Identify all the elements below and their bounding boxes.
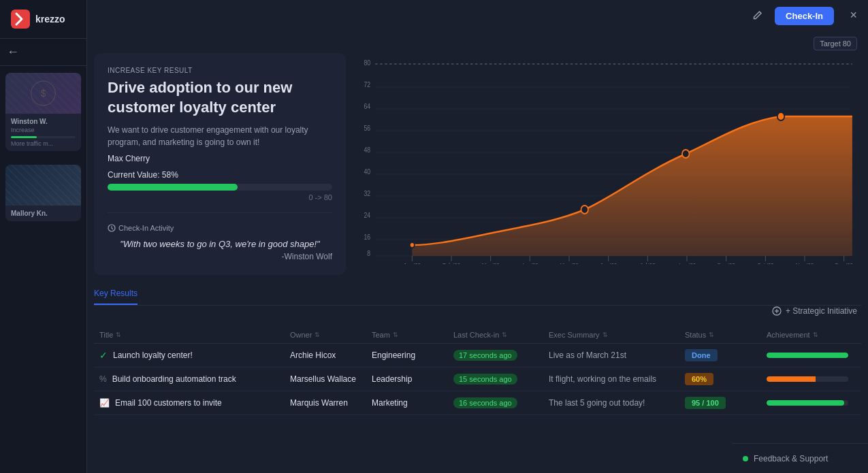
strategic-initiative-label: + Strategic Initiative [786, 306, 857, 316]
row3-status-badge: 95 / 100 [685, 397, 726, 409]
table-row[interactable]: % Build onboarding automation track Mars… [94, 368, 861, 391]
checkin-quote: "With two weeks to go in Q3, we're in go… [108, 239, 332, 249]
row2-achievement [767, 376, 868, 382]
sort-icon-checkin[interactable]: ⇅ [502, 331, 507, 338]
svg-text:Aug '22: Aug '22 [678, 261, 696, 264]
chart-svg: 80 72 64 56 48 40 32 24 16 8 [353, 53, 861, 264]
target-badge: Target 80 [814, 37, 857, 50]
sort-icon-status[interactable]: ⇅ [709, 331, 714, 338]
kr-title: Drive adoption to our new customer loyal… [108, 78, 332, 117]
krezzo-logo-icon [11, 10, 30, 29]
header-status: Status ⇅ [685, 331, 767, 339]
row3-title: Email 100 customers to invite [115, 398, 222, 408]
kr-progress-bar [108, 184, 332, 191]
row1-checkin: 17 seconds ago [453, 350, 549, 361]
row1-status-badge: Done [685, 349, 718, 361]
checkin-activity-title: Check-In Activity [108, 224, 332, 232]
sort-icon-team[interactable]: ⇅ [393, 331, 398, 338]
row3-time-badge: 16 seconds ago [453, 397, 517, 408]
sidebar-card-2[interactable]: Mallory Kn. [5, 165, 81, 221]
table-row[interactable]: ✓ Launch loyalty center! Archie Hicox En… [94, 344, 861, 368]
header-exec-summary: Exec Summary ⇅ [549, 331, 685, 339]
edit-icon [752, 10, 762, 20]
svg-point-28 [777, 112, 784, 120]
kr-label: INCREASE KEY RESULT [108, 67, 332, 74]
svg-text:Dec '22: Dec '22 [835, 261, 853, 264]
kr-tabs: Key Results [94, 286, 861, 306]
header-achievement: Achievement ⇅ [767, 331, 868, 339]
close-button[interactable]: × [850, 8, 857, 22]
table-row[interactable]: 📈 Email 100 customers to invite Marquis … [94, 391, 861, 415]
strategic-initiative-button[interactable]: + Strategic Initiative [772, 306, 857, 316]
row3-achievement [767, 400, 868, 406]
row1-exec: Live as of March 21st [549, 350, 685, 360]
sidebar-card-1-image: $ [5, 73, 81, 114]
row3-checkin: 16 seconds ago [453, 397, 549, 408]
checkin-activity: Check-In Activity "With two weeks to go … [108, 212, 332, 261]
svg-text:Apr '22: Apr '22 [521, 261, 539, 264]
percent-icon-2: % [99, 374, 107, 384]
row3-achievement-bar [767, 400, 848, 406]
row1-title: Launch loyalty center! [113, 350, 193, 360]
row1-achievement [767, 353, 868, 358]
row1-status: Done [685, 349, 767, 361]
svg-text:Nov '22: Nov '22 [796, 261, 814, 264]
sidebar-card-1-progress-fill [11, 136, 37, 138]
top-toolbar: Check-In [747, 7, 834, 25]
tab-key-results[interactable]: Key Results [94, 286, 138, 305]
checkin-button[interactable]: Check-In [775, 7, 834, 25]
row2-owner: Marsellus Wallace [290, 374, 372, 384]
row1-owner: Archie Hicox [290, 350, 372, 360]
svg-text:Mar '22: Mar '22 [482, 261, 500, 264]
chart-area: 80 72 64 56 48 40 32 24 16 8 [353, 53, 861, 264]
feedback-label: Feedback & Support [754, 454, 828, 463]
kr-range: 0 -> 80 [108, 193, 332, 201]
header-owner: Owner ⇅ [290, 331, 372, 339]
svg-text:80: 80 [364, 59, 370, 67]
feedback-status-dot [743, 456, 748, 461]
row1-team: Engineering [372, 350, 453, 360]
sort-icon-title[interactable]: ⇅ [116, 331, 121, 338]
check-icon-1: ✓ [99, 350, 108, 361]
sort-icon-achievement[interactable]: ⇅ [813, 331, 818, 338]
svg-text:48: 48 [364, 146, 370, 154]
row1-achievement-fill [767, 353, 848, 358]
feedback-area[interactable]: Feedback & Support [732, 443, 868, 473]
row2-team: Leadership [372, 374, 453, 384]
sidebar-card-1-title: Increase [11, 127, 76, 133]
row3-owner: Marquis Warren [290, 398, 372, 408]
sidebar-card-1-name: Winston W. [11, 118, 76, 125]
sidebar-card-1-progress-bar [11, 136, 76, 138]
row3-team: Marketing [372, 398, 453, 408]
row1-achievement-bar [767, 353, 848, 358]
header-last-checkin: Last Check-in ⇅ [453, 331, 549, 339]
key-result-panel: INCREASE KEY RESULT Drive adoption to ou… [94, 53, 346, 275]
back-arrow-icon[interactable]: ← [7, 45, 19, 59]
kr-owner: Max Cherry [108, 154, 332, 163]
svg-text:40: 40 [364, 168, 370, 176]
sort-icon-exec[interactable]: ⇅ [602, 331, 608, 338]
svg-text:32: 32 [364, 190, 370, 197]
svg-text:Jun '22: Jun '22 [600, 261, 617, 264]
svg-text:8: 8 [367, 250, 370, 257]
cell-title-1: ✓ Launch loyalty center! [99, 350, 290, 361]
svg-point-25 [410, 242, 415, 248]
kr-table: Title ⇅ Owner ⇅ Team ⇅ Last Check-in ⇅ E… [94, 327, 861, 442]
table-header: Title ⇅ Owner ⇅ Team ⇅ Last Check-in ⇅ E… [94, 327, 861, 344]
svg-text:24: 24 [364, 212, 370, 219]
svg-text:Jul '22: Jul '22 [640, 261, 656, 264]
svg-text:Feb '22: Feb '22 [443, 261, 460, 264]
sidebar-card-1[interactable]: $ Winston W. Increase More traffic m... [5, 73, 81, 151]
chart-icon-3: 📈 [99, 398, 110, 408]
edit-button[interactable] [747, 7, 768, 25]
checkin-activity-label: Check-In Activity [118, 224, 174, 232]
sort-icon-owner[interactable]: ⇅ [315, 331, 320, 338]
kr-current-value: Current Value: 58% [108, 170, 332, 180]
row1-time-badge: 17 seconds ago [453, 350, 517, 361]
row3-exec: The last 5 going out today! [549, 398, 685, 408]
row2-exec: It flight, working on the emails [549, 374, 685, 384]
kr-progress-fill [108, 184, 238, 191]
svg-point-27 [682, 150, 689, 158]
kr-description: We want to drive customer engagement wit… [108, 124, 332, 148]
sidebar-card-1-sub: More traffic m... [11, 140, 76, 147]
